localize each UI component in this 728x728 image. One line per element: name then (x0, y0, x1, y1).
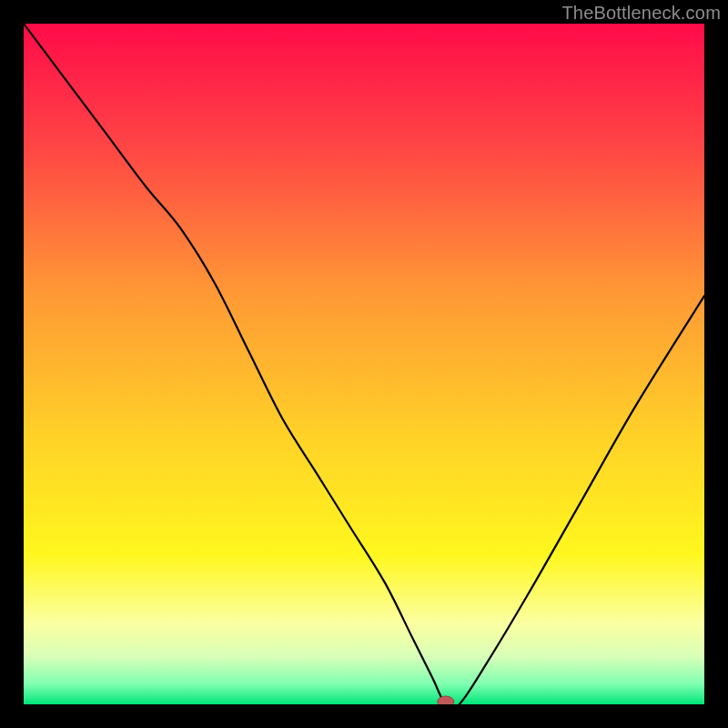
chart-frame: TheBottleneck.com (0, 0, 728, 728)
gradient-background (24, 24, 704, 704)
plot-svg (24, 24, 704, 704)
watermark-label: TheBottleneck.com (561, 3, 721, 24)
plot-area (24, 24, 704, 704)
optimal-marker (438, 696, 454, 704)
